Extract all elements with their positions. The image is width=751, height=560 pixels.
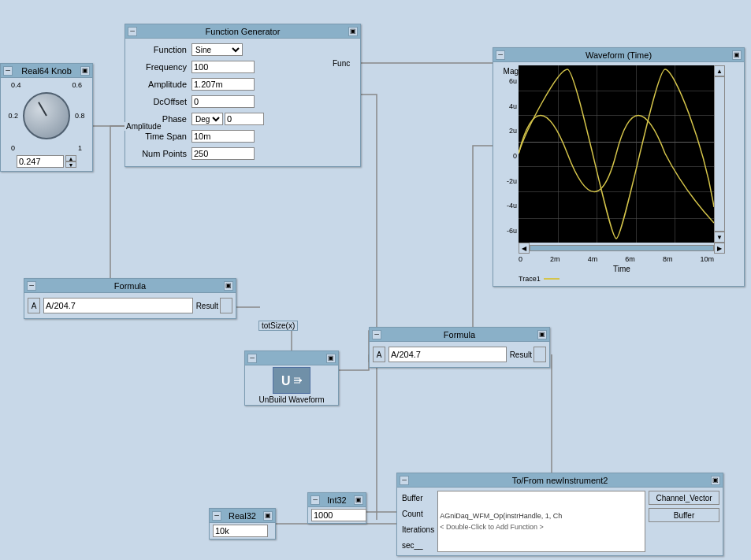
tofrom-port-sec: sec__ <box>400 538 434 552</box>
x-label-4m: 4m <box>588 255 598 263</box>
chart-area <box>519 65 714 243</box>
waveform-hscrollbar[interactable]: ◀ ▶ <box>519 243 725 254</box>
vscroll-track[interactable] <box>714 76 725 232</box>
tofrom-minimize-btn[interactable]: ─ <box>400 476 409 485</box>
tofrom-expand-btn[interactable]: ▣ <box>711 476 720 485</box>
formula1-result-label: Result <box>196 302 218 310</box>
svg-rect-6 <box>294 382 300 384</box>
real32-input[interactable] <box>213 525 268 537</box>
tofrom-port-iterations: Iterations <box>400 522 434 536</box>
vscroll-down-btn[interactable]: ▼ <box>714 232 725 243</box>
int32-expand-btn[interactable]: ▣ <box>354 495 363 505</box>
func-gen-expand-btn[interactable]: ▣ <box>348 27 358 36</box>
amplitude-row: Amplitude <box>128 76 357 92</box>
x-label-2m: 2m <box>550 255 560 263</box>
unbuild-content: U UnBuild Waveform <box>259 367 325 404</box>
waveform-minimize-btn[interactable]: ─ <box>496 50 505 60</box>
func-gen-body: Function Sine Square Triangle Frequency … <box>125 39 360 166</box>
frequency-row: Frequency <box>128 59 357 75</box>
int32-minimize-btn[interactable]: ─ <box>310 495 320 505</box>
knob-minimize-btn[interactable]: ─ <box>3 66 13 76</box>
knob-body: 0.4 0.6 0.2 0.8 0 1 ▲ ▼ <box>1 78 92 171</box>
tofrom-center[interactable]: AGniDaq_WFM_Op(instrHandle, 1, Ch < Doub… <box>437 491 645 552</box>
formula2-title: Formula <box>444 330 475 339</box>
knob-pointer <box>38 102 47 116</box>
waveform-panel: ─ Waveform (Time) ▣ Mag 6u 4u 2u 0 -2u -… <box>493 47 745 287</box>
x-label-10m: 10m <box>700 255 714 263</box>
knob-expand-btn[interactable]: ▣ <box>80 66 90 76</box>
numpoints-input[interactable] <box>191 147 255 160</box>
knob-up-btn[interactable]: ▲ <box>65 155 76 161</box>
unbuild-expand-btn[interactable]: ▣ <box>326 354 336 363</box>
phase-row: Phase Deg Rad <box>128 111 357 127</box>
knob-label-0: 0 <box>11 144 15 152</box>
phase-unit-select[interactable]: Deg Rad <box>191 113 223 125</box>
knob-value-input[interactable] <box>17 155 64 168</box>
real32-panel: ─ Real32 ▣ <box>209 508 276 540</box>
waveform-header: ─ Waveform (Time) ▣ <box>493 48 744 62</box>
timespan-input[interactable] <box>191 130 255 143</box>
numpoints-label: Num Points <box>128 149 191 158</box>
y-label-2u: 2u <box>509 127 517 135</box>
waveform-vscrollbar[interactable]: ▲ ▼ <box>714 65 725 243</box>
knob-down-btn[interactable]: ▼ <box>65 161 76 168</box>
x-label-0: 0 <box>519 255 522 263</box>
unbuild-label: UnBuild Waveform <box>259 395 325 404</box>
phase-input[interactable] <box>225 113 264 125</box>
timespan-label: Time Span <box>128 132 191 141</box>
real32-title: Real32 <box>229 511 256 521</box>
timespan-row: Time Span <box>128 128 357 144</box>
tofrom-header: ─ To/From newInstrument2 ▣ <box>397 473 723 488</box>
function-select[interactable]: Sine Square Triangle <box>191 43 243 56</box>
formula1-header: ─ Formula ▣ <box>24 279 236 293</box>
vscroll-up-btn[interactable]: ▲ <box>714 65 725 76</box>
legend-line <box>544 278 560 280</box>
waveform-expand-btn[interactable]: ▣ <box>732 50 742 60</box>
y-label-0: 0 <box>513 152 517 160</box>
function-generator-panel: ─ Function Generator ▣ Function Sine Squ… <box>125 24 361 167</box>
y-label-6u: 6u <box>509 77 517 85</box>
hscroll-right-btn[interactable]: ▶ <box>714 243 725 254</box>
knob-spinner: ▲ ▼ <box>65 155 76 168</box>
unbuild-body: U UnBuild Waveform <box>245 365 338 405</box>
formula2-input[interactable] <box>389 347 507 362</box>
hscroll-left-btn[interactable]: ◀ <box>519 243 530 254</box>
x-label-8m: 8m <box>663 255 673 263</box>
unbuild-icon-svg: U <box>280 371 303 390</box>
formula2-minimize-btn[interactable]: ─ <box>372 330 381 339</box>
unbuild-panel: ─ ▣ U UnBuild Waveform <box>244 350 339 406</box>
tofrom-title: To/From newInstrument2 <box>512 476 608 485</box>
formula2-result-box <box>534 347 546 362</box>
formula1-input[interactable] <box>43 298 193 313</box>
tofrom-right-ports: Channel_Vector Buffer <box>649 491 719 552</box>
formula1-minimize-btn[interactable]: ─ <box>27 281 36 291</box>
formula2-expand-btn[interactable]: ▣ <box>537 330 547 339</box>
real32-minimize-btn[interactable]: ─ <box>212 511 221 521</box>
hscroll-track[interactable] <box>530 245 714 251</box>
numpoints-row: Num Points <box>128 146 357 161</box>
dcoffset-input[interactable] <box>191 95 255 108</box>
unbuild-minimize-btn[interactable]: ─ <box>247 354 257 363</box>
int32-input[interactable] <box>311 509 366 521</box>
knob-label-08: 0.8 <box>75 112 85 120</box>
real32-header: ─ Real32 ▣ <box>210 509 275 523</box>
int32-body <box>308 507 366 523</box>
x-axis-title: Time <box>519 265 725 273</box>
waveform-svg <box>519 65 714 243</box>
y-axis-label: Mag <box>504 67 519 76</box>
knob-graphic[interactable] <box>23 92 70 139</box>
amplitude-input[interactable] <box>191 78 255 91</box>
formula-panel-2: ─ Formula ▣ A Result <box>369 327 550 368</box>
formula1-expand-btn[interactable]: ▣ <box>224 281 233 291</box>
func-gen-minimize-btn[interactable]: ─ <box>128 27 137 36</box>
frequency-label: Frequency <box>128 62 191 72</box>
legend-label: Trace1 <box>519 275 541 283</box>
x-axis-labels: 0 2m 4m 6m 8m 10m <box>519 254 714 263</box>
formula-panel-1: ─ Formula ▣ A Result <box>24 278 236 319</box>
frequency-input[interactable] <box>191 61 255 73</box>
real32-expand-btn[interactable]: ▣ <box>263 511 273 521</box>
unbuild-header: ─ ▣ <box>245 351 338 365</box>
svg-rect-5 <box>294 377 300 379</box>
func-gen-header: ─ Function Generator ▣ <box>125 24 360 39</box>
tofrom-center-text2: < Double-Click to Add Function > <box>440 523 643 531</box>
